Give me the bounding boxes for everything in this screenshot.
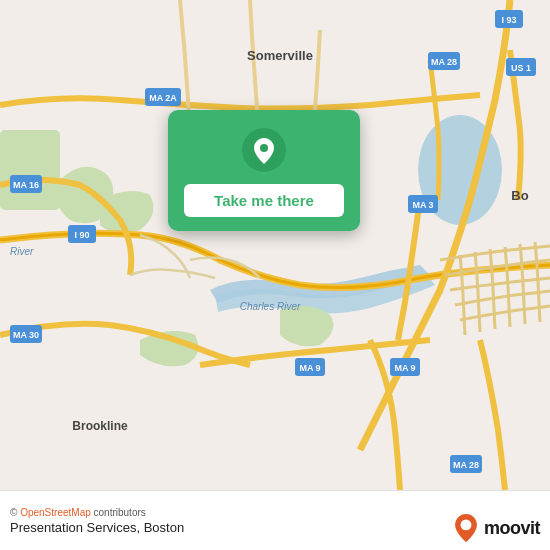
svg-point-33 <box>461 519 472 530</box>
svg-text:Somerville: Somerville <box>247 48 313 63</box>
svg-text:I 90: I 90 <box>74 230 89 240</box>
svg-text:MA 2A: MA 2A <box>149 93 177 103</box>
svg-text:MA 28: MA 28 <box>453 460 479 470</box>
location-pin-icon <box>242 128 286 172</box>
svg-text:Charles River: Charles River <box>240 301 301 312</box>
location-popup: Take me there <box>168 110 360 231</box>
svg-rect-0 <box>0 0 550 490</box>
svg-text:MA 28: MA 28 <box>431 57 457 67</box>
location-label: Presentation Services, Boston <box>10 520 184 535</box>
svg-rect-2 <box>0 130 60 210</box>
moovit-logo: moovit <box>452 514 540 542</box>
svg-text:US 1: US 1 <box>511 63 531 73</box>
svg-text:MA 30: MA 30 <box>13 330 39 340</box>
osm-link[interactable]: OpenStreetMap <box>20 507 91 518</box>
svg-text:I 93: I 93 <box>501 15 516 25</box>
map-view: MA 2A I 90 MA 16 MA 30 I 93 US 1 MA 28 M… <box>0 0 550 490</box>
svg-point-32 <box>260 144 268 152</box>
moovit-pin-icon <box>452 514 480 542</box>
svg-text:MA 9: MA 9 <box>299 363 320 373</box>
svg-text:Bo: Bo <box>511 188 528 203</box>
svg-text:River: River <box>10 246 34 257</box>
svg-text:MA 16: MA 16 <box>13 180 39 190</box>
moovit-brand-name: moovit <box>484 518 540 539</box>
svg-text:Brookline: Brookline <box>72 419 128 433</box>
svg-text:MA 3: MA 3 <box>412 200 433 210</box>
bottom-bar: © OpenStreetMap contributors Presentatio… <box>0 490 550 550</box>
take-me-there-button[interactable]: Take me there <box>184 184 344 217</box>
svg-text:MA 9: MA 9 <box>394 363 415 373</box>
